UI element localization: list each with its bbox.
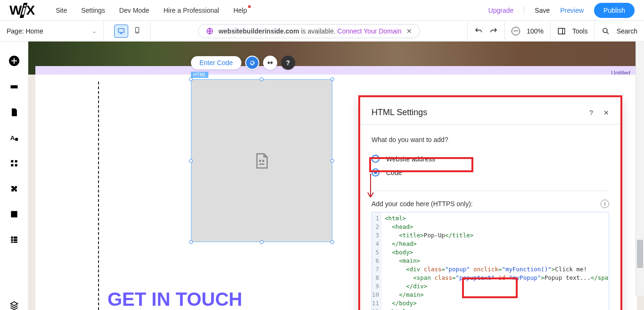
svg-rect-4 — [558, 28, 565, 34]
zoom-group[interactable]: 100% — [504, 21, 550, 42]
top-bar: WiX Site Settings Dev Mode Hire a Profes… — [0, 0, 644, 21]
element-toolbar: Enter Code ? — [191, 56, 295, 70]
resize-handle[interactable] — [330, 77, 334, 81]
desktop-view-button[interactable] — [114, 25, 128, 38]
tools-button[interactable]: Tools — [550, 21, 594, 42]
globe-icon — [206, 27, 214, 35]
radio-website-address[interactable]: Website address — [372, 152, 609, 166]
close-icon[interactable]: ✕ — [406, 27, 412, 35]
menu-help[interactable]: Help — [233, 7, 247, 14]
svg-rect-9 — [11, 160, 13, 162]
data-icon[interactable] — [9, 235, 19, 244]
search-label: Search — [617, 27, 637, 35]
page-icon[interactable] — [9, 108, 19, 117]
menu-hire[interactable]: Hire a Professional — [164, 7, 219, 14]
iframe-placeholder — [191, 79, 332, 242]
html-iframe-element[interactable]: HTML — [191, 79, 332, 242]
zoom-out-icon — [512, 27, 520, 35]
code-label: Add your code here (HTTPS only): — [372, 200, 473, 208]
domain-chip: websitebuilderinside.com is available. C… — [198, 24, 420, 38]
panel-help-icon[interactable]: ? — [589, 109, 593, 117]
save-link[interactable]: Save — [535, 7, 550, 14]
connect-domain-link[interactable]: Connect Your Domain — [338, 27, 402, 35]
svg-point-2 — [137, 32, 137, 33]
panel-title: HTML Settings — [372, 108, 427, 117]
element-type-label: HTML — [191, 72, 208, 78]
html-settings-panel: HTML Settings ? ✕ What do you want to ad… — [360, 97, 620, 310]
domain-bar: websitebuilderinside.com is available. C… — [151, 24, 467, 38]
panel-question: What do you want to add? — [372, 136, 609, 143]
svg-point-8 — [15, 138, 18, 141]
gear-icon[interactable] — [245, 56, 259, 70]
svg-rect-12 — [15, 164, 17, 167]
mobile-view-button[interactable] — [134, 25, 140, 36]
panel-body: What do you want to add? Website address… — [360, 125, 620, 310]
svg-rect-10 — [15, 160, 17, 162]
main-area: A Untitled Enter Code ? HTML — [0, 42, 644, 310]
domain-text: websitebuilderinside.com — [218, 27, 299, 35]
scrollbar-thumb[interactable] — [637, 240, 643, 268]
upgrade-link[interactable]: Upgrade — [488, 7, 514, 14]
resize-handle[interactable] — [260, 240, 264, 244]
menu-site[interactable]: Site — [56, 7, 67, 14]
page-selector[interactable]: Page: Home ⌄ — [0, 21, 104, 42]
info-icon[interactable]: i — [601, 200, 609, 208]
radio-label: Website address — [386, 155, 435, 163]
undo-redo-group — [467, 21, 504, 42]
top-right-menu: Upgrade Save Preview Publish — [488, 3, 635, 18]
search-icon — [602, 27, 610, 35]
enter-code-button[interactable]: Enter Code — [191, 56, 241, 69]
code-editor[interactable]: 123456789101112 <html> <head> <title>Pop… — [372, 212, 609, 310]
radio-icon — [372, 155, 380, 163]
heading-get-in-touch: GET IN TOUCH — [107, 289, 242, 310]
resize-handle[interactable] — [189, 159, 193, 163]
undo-icon[interactable] — [474, 27, 483, 35]
left-sidebar: A — [0, 42, 28, 310]
resize-handle[interactable] — [189, 77, 193, 81]
panel-icon — [557, 27, 566, 35]
search-button[interactable]: Search — [594, 21, 644, 42]
code-gutter: 123456789101112 — [372, 212, 382, 310]
svg-rect-13 — [11, 236, 17, 243]
resize-handle[interactable] — [330, 240, 334, 244]
panel-close-icon[interactable]: ✕ — [603, 109, 609, 117]
redo-icon[interactable] — [489, 27, 498, 35]
svg-point-14 — [260, 160, 261, 161]
add-element-button[interactable] — [9, 56, 19, 66]
code-content[interactable]: <html> <head> <title>Pop-Up</title> </he… — [382, 212, 609, 310]
publish-button[interactable]: Publish — [594, 3, 635, 18]
top-menu: Site Settings Dev Mode Hire a Profession… — [56, 7, 247, 14]
device-switcher — [104, 21, 151, 42]
page-label: Page: Home — [7, 27, 43, 35]
resize-handle[interactable] — [330, 159, 334, 163]
stretch-icon[interactable] — [263, 56, 277, 70]
apps-icon[interactable] — [9, 159, 19, 168]
tools-label: Tools — [572, 27, 588, 35]
zoom-label: 100% — [527, 27, 544, 35]
panel-header: HTML Settings ? ✕ — [360, 97, 620, 125]
help-icon[interactable]: ? — [281, 56, 295, 70]
plugin-icon[interactable] — [9, 184, 19, 193]
resize-handle[interactable] — [260, 77, 264, 81]
menu-devmode[interactable]: Dev Mode — [119, 7, 149, 14]
editor-toolbar: Page: Home ⌄ websitebuilderinside.com is… — [0, 21, 644, 42]
layers-icon[interactable] — [9, 301, 19, 310]
preview-link[interactable]: Preview — [560, 7, 584, 14]
svg-point-15 — [263, 160, 264, 161]
svg-text:A: A — [10, 134, 15, 142]
editor-canvas[interactable]: Untitled Enter Code ? HTML GET IN TOUCH … — [28, 42, 644, 310]
theme-icon[interactable]: A — [9, 133, 19, 142]
strip-icon[interactable] — [9, 82, 19, 92]
code-label-row: Add your code here (HTTPS only): i — [372, 200, 609, 208]
broken-page-icon — [252, 151, 271, 170]
annotation-arrow-icon — [366, 171, 375, 204]
radio-label: Code — [386, 169, 402, 176]
svg-rect-11 — [11, 164, 13, 167]
resize-handle[interactable] — [189, 240, 193, 244]
media-icon[interactable] — [9, 209, 19, 219]
radio-code[interactable]: Code — [372, 166, 609, 179]
chevron-down-icon: ⌄ — [92, 28, 97, 34]
wix-logo[interactable]: WiX — [9, 3, 34, 18]
scrollbar[interactable] — [636, 42, 644, 296]
menu-settings[interactable]: Settings — [81, 7, 105, 14]
